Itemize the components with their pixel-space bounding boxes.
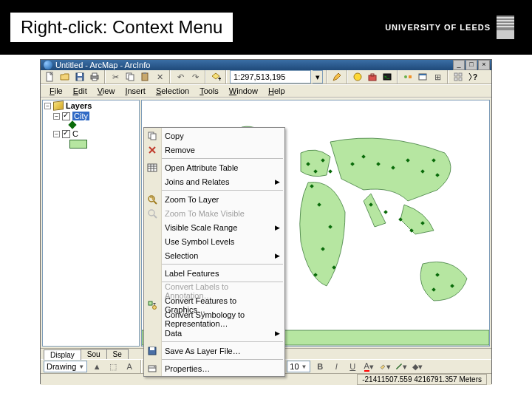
copy-icon	[146, 130, 158, 142]
toc-symbol-point[interactable]	[43, 121, 139, 129]
context-use-symbol-levels[interactable]: Use Symbol Levels	[162, 234, 284, 248]
dim-icon[interactable]: ⊞	[431, 70, 444, 83]
collapse-icon[interactable]: −	[53, 113, 60, 120]
tab-display[interactable]: Display	[44, 349, 81, 360]
toc-root[interactable]: − Layers	[43, 100, 139, 111]
cmd-icon[interactable]: >_	[381, 70, 394, 83]
drawing-menu[interactable]: Drawing▼	[44, 361, 87, 372]
italic-button[interactable]: I	[330, 360, 343, 373]
svg-point-90	[154, 366, 155, 367]
model-icon[interactable]	[401, 70, 415, 83]
context-properties[interactable]: Properties…	[162, 361, 284, 375]
svg-rect-2	[78, 73, 82, 76]
underline-button[interactable]: U	[346, 360, 359, 373]
menu-separator	[162, 341, 283, 342]
menu-selection[interactable]: Selection	[151, 85, 194, 97]
window-title: Untitled - ArcMap - ArcInfo	[55, 61, 150, 69]
pointer-icon[interactable]: ▲	[90, 360, 103, 373]
fill-color-button[interactable]: ▾	[378, 360, 392, 373]
context-zoom-to-make-visible: Zoom To Make Visible	[162, 206, 284, 220]
point-symbol-icon	[68, 120, 76, 129]
marker-color-button[interactable]: ◆▾	[411, 360, 424, 373]
open-icon[interactable]	[58, 70, 72, 83]
rect-marker-icon[interactable]: ⬚	[106, 360, 120, 373]
submenu-arrow-icon: ▶	[275, 252, 280, 259]
svg-point-17	[404, 75, 407, 78]
font-size-select[interactable]: 10▼	[287, 361, 310, 372]
visibility-checkbox[interactable]	[62, 130, 70, 138]
svg-rect-21	[454, 73, 457, 76]
layer-name[interactable]: C	[72, 129, 78, 138]
svg-line-83	[154, 215, 157, 218]
menu-file[interactable]: File	[45, 85, 67, 97]
close-button[interactable]: ×	[478, 60, 490, 70]
polygon-symbol-icon	[69, 140, 87, 149]
svg-rect-24	[459, 78, 462, 81]
toc-layer-2[interactable]: − C	[43, 129, 139, 139]
minimize-button[interactable]: _	[453, 60, 465, 70]
menu-edit[interactable]: Edit	[69, 85, 92, 97]
collapse-icon[interactable]: −	[53, 131, 60, 137]
svg-line-70	[397, 364, 402, 369]
visibility-checkbox[interactable]	[62, 112, 70, 120]
context-open-attribute-table[interactable]: Open Attribute Table	[162, 160, 284, 174]
toc-layer-city[interactable]: − City	[43, 111, 139, 121]
add-data-icon[interactable]: +	[209, 70, 222, 83]
menu-separator	[162, 190, 283, 191]
context-label-features[interactable]: Label Features	[162, 266, 284, 280]
tower-icon	[497, 16, 514, 39]
scale-dropdown[interactable]: ▾	[313, 70, 323, 83]
layer-name-selected[interactable]: City	[72, 112, 89, 120]
tab-source[interactable]: Sou	[81, 349, 107, 359]
bold-button[interactable]: B	[313, 360, 327, 373]
menu-insert[interactable]: Insert	[120, 85, 150, 97]
context-copy[interactable]: Copy	[162, 129, 284, 143]
help-icon[interactable]: ?	[466, 70, 480, 83]
context-zoom-to-layer[interactable]: Zoom To Layer	[162, 192, 284, 206]
svg-rect-6	[92, 78, 97, 81]
context-selection[interactable]: Selection▶	[162, 248, 284, 262]
scale-input[interactable]: 1:297,513,195	[230, 70, 311, 83]
table-icon	[146, 162, 158, 174]
catalog-icon[interactable]	[351, 70, 364, 83]
toc-symbol-polygon[interactable]	[43, 139, 139, 149]
menu-help[interactable]: Help	[264, 85, 290, 97]
menu-window[interactable]: Window	[225, 85, 262, 97]
context-convert-symbology-to-representation[interactable]: Convert Symbology to Representation…	[162, 312, 284, 326]
context-joins-and-relates[interactable]: Joins and Relates▶	[162, 174, 284, 188]
context-data[interactable]: Data▶	[162, 326, 284, 340]
convert-icon	[146, 299, 158, 311]
context-remove[interactable]: Remove	[162, 143, 284, 157]
table-of-contents[interactable]: − Layers − City − C	[42, 100, 140, 347]
toolbox-icon[interactable]	[366, 70, 379, 83]
text-tool-icon[interactable]: A	[123, 360, 136, 373]
undo-icon[interactable]: ↶	[174, 70, 187, 83]
editor-toolbar-icon[interactable]	[330, 70, 344, 83]
svg-point-82	[149, 210, 154, 216]
paste-icon[interactable]	[138, 70, 151, 83]
new-icon[interactable]	[44, 70, 57, 83]
save-icon[interactable]	[73, 70, 86, 83]
menu-view[interactable]: View	[93, 85, 120, 97]
redo-icon[interactable]: ↷	[188, 70, 202, 83]
collapse-icon[interactable]: −	[44, 103, 51, 109]
window-titlebar[interactable]: Untitled - ArcMap - ArcInfo _ □ ×	[41, 60, 491, 70]
print-icon[interactable]	[88, 70, 101, 83]
line-color-button[interactable]: ▾	[395, 360, 408, 373]
tab-selection[interactable]: Se	[106, 349, 129, 359]
font-color-button[interactable]: A▾	[362, 360, 375, 373]
menu-tools[interactable]: Tools	[195, 85, 223, 97]
thumb-icon[interactable]	[451, 70, 465, 83]
layer-context-menu: CopyRemoveOpen Attribute TableJoins and …	[143, 127, 285, 377]
svg-rect-84	[149, 301, 152, 305]
cut-icon[interactable]: ✂	[109, 70, 122, 83]
maximize-button[interactable]: □	[466, 60, 477, 70]
window-toggle-icon[interactable]	[416, 70, 429, 83]
context-save-as-layer-file[interactable]: Save As Layer File…	[162, 344, 284, 358]
svg-text:>_: >_	[384, 75, 390, 79]
copy-toolbar-icon[interactable]	[123, 70, 137, 83]
university-logo: UNIVERSITY OF LEEDS	[385, 16, 514, 39]
svg-rect-8	[129, 75, 134, 81]
delete-icon[interactable]: ✕	[153, 70, 166, 83]
context-visible-scale-range[interactable]: Visible Scale Range▶	[162, 220, 284, 234]
